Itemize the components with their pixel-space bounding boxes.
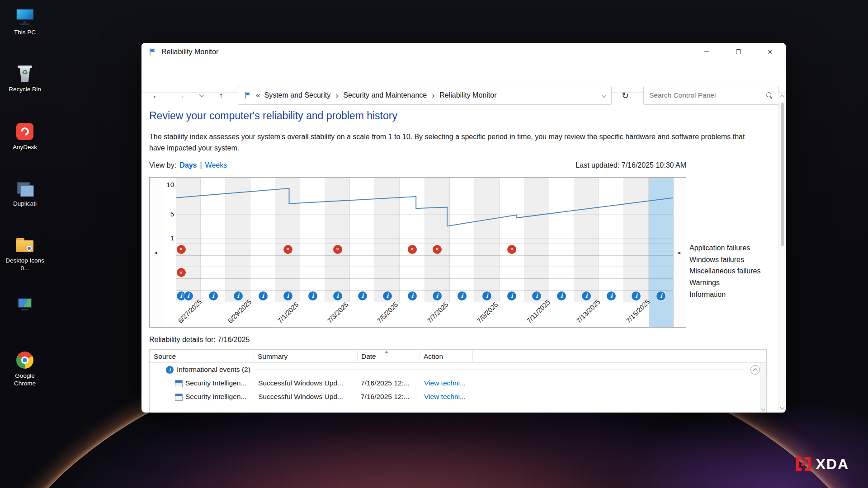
window-scrollbar[interactable] (778, 93, 786, 413)
information-event-icon[interactable]: i (358, 291, 367, 300)
folder-icon (15, 235, 35, 255)
information-event-icon[interactable]: i (607, 291, 616, 300)
desktop-icon-label: AnyDesk (4, 144, 46, 151)
view-by-weeks-link[interactable]: Weeks (205, 161, 227, 169)
information-event-icon[interactable]: i (656, 291, 665, 300)
event-date: 7/16/2025 12:... (361, 393, 410, 401)
close-button[interactable]: ✕ (754, 43, 786, 61)
chart-scroll-left-button[interactable]: ◂ (150, 178, 162, 327)
address-dropdown-button[interactable] (602, 91, 606, 99)
desktop-icon-recycle-bin[interactable]: ♻ Recycle Bin (4, 64, 46, 94)
column-header-summary[interactable]: Summary (254, 350, 357, 363)
desktop: This PC ♻ Recycle Bin AnyDesk Duplicati … (0, 0, 868, 488)
column-divider[interactable] (472, 351, 473, 361)
failure-event-icon[interactable]: ✕ (507, 245, 516, 254)
information-event-icon[interactable]: i (632, 291, 641, 300)
breadcrumb-overflow-icon[interactable]: « (256, 91, 260, 100)
scroll-up-icon (780, 95, 785, 99)
view-by-row: View by: Days | Weeks (149, 161, 227, 169)
maximize-button[interactable] (722, 43, 754, 61)
failure-event-icon[interactable]: ✕ (433, 245, 442, 254)
failure-event-icon[interactable]: ✕ (283, 245, 292, 254)
information-event-icon[interactable]: i (383, 291, 392, 300)
column-divider[interactable] (420, 351, 420, 361)
column-divider[interactable] (357, 351, 358, 361)
minimize-button[interactable] (691, 43, 722, 61)
information-event-icon[interactable]: i (408, 291, 417, 300)
chart-plot-area[interactable]: ✕✕✕✕✕✕✕iiiiiiiiiiiiiiiiiiiii6/27/20256/2… (176, 178, 674, 327)
information-event-icon[interactable]: i (234, 291, 243, 300)
legend-item: Warnings (689, 277, 760, 289)
desktop-icon-google-chrome[interactable]: Google Chrome (4, 350, 46, 388)
y-axis: 1051 (162, 178, 176, 327)
reliability-details-table: SourceSummaryDateAction i Informational … (149, 349, 767, 413)
desktop-icon-duplicati[interactable]: Duplicati (4, 178, 46, 208)
xda-logo-icon (795, 455, 812, 473)
information-event-icon[interactable]: i (532, 291, 541, 300)
event-group-label: Informational events (2) (177, 366, 250, 374)
legend-item: Information (689, 289, 760, 300)
event-row[interactable]: Security Intelligen...Successful Windows… (150, 377, 760, 390)
column-header-date[interactable]: Date (357, 350, 420, 363)
reliability-monitor-window: Reliability Monitor ✕ ← → ↑ « System and… (142, 43, 786, 413)
desktop-icon-this-pc[interactable]: This PC (4, 7, 46, 37)
event-source: Security Intelligen... (185, 379, 246, 387)
information-event-icon[interactable]: i (308, 291, 317, 300)
view-technical-details-link[interactable]: View techni... (424, 393, 466, 401)
back-button[interactable]: ← (149, 86, 164, 105)
event-group-row[interactable]: i Informational events (2) (150, 364, 760, 375)
x-axis-date-label: 7/7/2025 (425, 300, 450, 325)
failure-event-icon[interactable]: ✕ (333, 245, 342, 254)
information-event-icon[interactable]: i (209, 291, 218, 300)
search-box[interactable] (643, 86, 779, 105)
failure-event-icon[interactable]: ✕ (408, 245, 417, 254)
up-button[interactable]: ↑ (213, 86, 229, 105)
search-icon[interactable] (766, 92, 773, 99)
desktop-icon-label: Desktop Icons 0... (4, 257, 46, 272)
collapse-group-button[interactable] (750, 365, 760, 375)
information-event-icon[interactable]: i (507, 291, 516, 300)
desktop-icon-anydesk[interactable]: AnyDesk (4, 122, 46, 151)
event-date: 7/16/2025 12:... (361, 379, 410, 387)
information-event-icon[interactable]: i (582, 291, 591, 300)
view-technical-details-link[interactable]: View techni... (424, 379, 466, 387)
desktop-icon-label: Duplicati (4, 200, 46, 208)
desktop-icon-desktop-icons-folder[interactable]: Desktop Icons 0... (4, 235, 46, 272)
y-axis-tick-label: 10 (166, 181, 174, 188)
information-event-icon[interactable]: i (259, 291, 268, 300)
table-scrollbar[interactable] (760, 363, 766, 413)
stability-index-line (176, 178, 674, 244)
column-divider[interactable] (254, 351, 254, 361)
desktop-icon-media-tool[interactable] (4, 295, 46, 317)
information-event-icon[interactable]: i (283, 291, 292, 300)
view-by-divider: | (200, 161, 202, 169)
failure-event-icon[interactable]: ✕ (177, 268, 186, 277)
information-event-icon[interactable]: i (482, 291, 491, 300)
information-event-icon[interactable]: i (433, 291, 442, 300)
table-header-row: SourceSummaryDateAction (150, 350, 766, 363)
refresh-button[interactable]: ↻ (617, 86, 633, 105)
view-by-days-link[interactable]: Days (179, 161, 197, 169)
information-event-icon[interactable]: i (458, 291, 467, 300)
recent-pages-dropdown[interactable] (194, 86, 209, 105)
failure-event-icon[interactable]: ✕ (177, 245, 186, 254)
title-bar[interactable]: Reliability Monitor ✕ (142, 43, 786, 61)
forward-button[interactable]: → (173, 86, 189, 105)
information-event-icon[interactable]: i (557, 291, 566, 300)
event-source: Security Intelligen... (185, 393, 246, 401)
information-event-icon[interactable]: i (184, 291, 193, 300)
y-axis-tick-label: 1 (170, 234, 174, 242)
breadcrumb-item[interactable]: System and Security (264, 91, 330, 99)
scrollbar-thumb[interactable] (781, 103, 784, 246)
event-row[interactable]: Security Intelligen...Successful Windows… (150, 390, 760, 404)
search-input[interactable] (649, 91, 766, 99)
address-bar[interactable]: « System and Security›Security and Maint… (238, 86, 612, 105)
breadcrumb-item[interactable]: Security and Maintenance (343, 91, 427, 99)
chart-scroll-right-button[interactable]: ▸ (673, 178, 686, 327)
event-summary: Successful Windows Upd... (258, 379, 343, 387)
x-axis-date-label: 7/11/2025 (525, 298, 552, 325)
column-header-action[interactable]: Action (420, 350, 472, 363)
column-header-source[interactable]: Source (150, 350, 254, 363)
breadcrumb-item[interactable]: Reliability Monitor (439, 91, 496, 99)
information-event-icon[interactable]: i (333, 291, 342, 300)
